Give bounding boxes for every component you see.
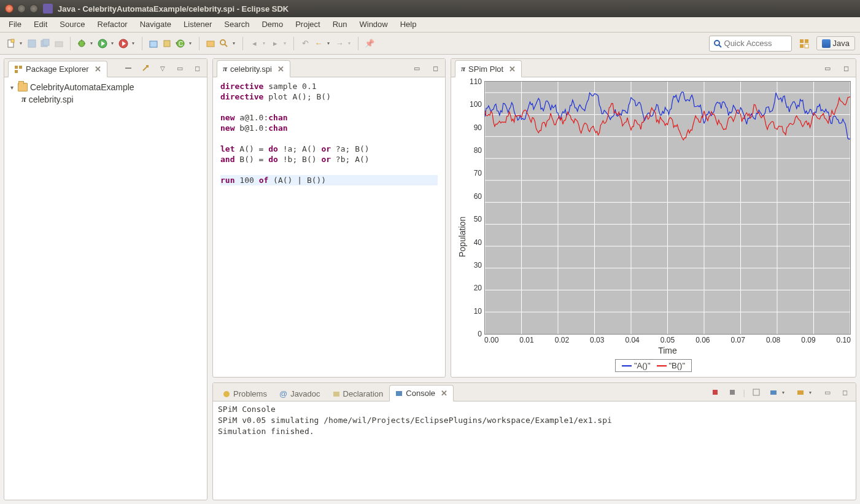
editor-tab[interactable]: π celebrity.spi ✕ <box>217 60 290 77</box>
package-explorer-panel: Package Explorer ✕ ▽ ▭ ◻ ▾ CelebrityAuto… <box>4 58 207 500</box>
window-minimize-button[interactable] <box>17 4 26 13</box>
save-all-button[interactable] <box>39 37 52 50</box>
nav-forward-button[interactable]: → <box>333 37 346 50</box>
new-java-project-button[interactable] <box>147 37 160 50</box>
project-folder-icon <box>18 83 28 91</box>
svg-line-22 <box>719 45 721 47</box>
problems-icon <box>223 390 230 398</box>
console-line: Simulation finished. <box>218 426 851 437</box>
maximize-console-button[interactable]: ◻ <box>839 386 851 398</box>
menu-window[interactable]: Window <box>353 17 393 32</box>
run-button[interactable] <box>96 37 109 50</box>
package-explorer-title: Package Explorer <box>26 64 89 74</box>
new-package-button[interactable] <box>161 37 173 50</box>
link-with-editor-button[interactable] <box>139 62 152 74</box>
menu-run[interactable]: Run <box>327 17 354 32</box>
menu-listener[interactable]: Listener <box>177 17 218 32</box>
menu-refactor[interactable]: Refactor <box>91 17 134 32</box>
console-panel: Problems @ Javadoc Declaration Console ✕… <box>212 382 856 500</box>
window-maximize-button[interactable] <box>29 4 38 13</box>
svg-rect-54 <box>333 392 339 397</box>
menu-navigate[interactable]: Navigate <box>134 17 177 32</box>
minimize-console-button[interactable]: ▭ <box>821 386 834 398</box>
maximize-plot-button[interactable]: ◻ <box>840 62 852 74</box>
problems-tab[interactable]: Problems <box>217 386 273 401</box>
console-line: SPiM v0.05 simulating /home/wil/Projects… <box>218 415 851 426</box>
menu-demo[interactable]: Demo <box>255 17 289 32</box>
new-wizard-button[interactable] <box>5 37 17 50</box>
svg-rect-29 <box>15 70 18 73</box>
open-console-button[interactable] <box>794 386 807 398</box>
svg-rect-57 <box>730 390 735 395</box>
expand-toggle-icon[interactable]: ▾ <box>8 84 15 91</box>
chart-canvas[interactable] <box>484 81 851 335</box>
quick-access-field[interactable] <box>709 36 792 52</box>
new-class-button[interactable]: C <box>174 37 187 50</box>
java-perspective-icon <box>822 39 831 48</box>
print-button[interactable] <box>53 37 65 50</box>
clear-console-button[interactable] <box>750 386 762 398</box>
menu-help[interactable]: Help <box>394 17 423 32</box>
console-tab[interactable]: Console ✕ <box>389 385 454 401</box>
svg-rect-28 <box>19 66 22 69</box>
window-close-button[interactable] <box>5 4 14 13</box>
project-node[interactable]: ▾ CelebrityAutomataExample <box>7 81 204 93</box>
menubar: File Edit Source Refactor Navigate Liste… <box>0 17 860 33</box>
save-button[interactable] <box>26 37 38 50</box>
svg-rect-30 <box>125 68 131 69</box>
svg-rect-58 <box>753 389 759 395</box>
editor-tab-close-icon[interactable]: ✕ <box>277 64 284 74</box>
editor-panel: π celebrity.spi ✕ ▭ ◻ directive sample 0… <box>212 58 446 378</box>
window-title: Java - CelebrityAutomataExample/celebrit… <box>58 4 289 14</box>
svg-point-21 <box>715 41 719 45</box>
debug-button[interactable] <box>76 37 88 50</box>
maximize-view-button[interactable]: ◻ <box>191 62 203 74</box>
menu-edit[interactable]: Edit <box>28 17 53 32</box>
svg-rect-15 <box>164 41 170 47</box>
nav-annotation-prev-button[interactable]: ◂ <box>248 37 260 50</box>
spim-plot-close-icon[interactable]: ✕ <box>509 64 516 74</box>
svg-rect-59 <box>770 390 777 395</box>
pin-editor-button[interactable]: 📌 <box>363 37 376 50</box>
chart-container: Population 1101009080706050403020100 0.0… <box>451 77 856 377</box>
menu-source[interactable]: Source <box>53 17 91 32</box>
nav-annotation-next-button[interactable]: ▸ <box>269 37 281 50</box>
package-explorer-close-icon[interactable]: ✕ <box>95 64 101 74</box>
display-selected-console-button[interactable] <box>767 386 780 398</box>
maximize-editor-button[interactable]: ◻ <box>429 62 441 74</box>
package-explorer-tab[interactable]: Package Explorer ✕ <box>8 61 107 77</box>
chart-xticks: 0.000.010.020.030.040.050.060.070.080.09… <box>484 335 851 344</box>
svg-rect-56 <box>713 390 718 395</box>
menu-file[interactable]: File <box>2 17 28 32</box>
last-edit-location-button[interactable]: ↶ <box>299 37 311 50</box>
quick-access-input[interactable] <box>724 39 788 48</box>
open-type-button[interactable] <box>204 37 217 50</box>
package-explorer-tree[interactable]: ▾ CelebrityAutomataExample π celebrity.s… <box>4 77 207 109</box>
menu-search[interactable]: Search <box>218 17 255 32</box>
terminate-button[interactable] <box>709 386 721 398</box>
search-button[interactable] <box>218 37 230 50</box>
java-perspective-button[interactable]: Java <box>816 36 855 50</box>
run-last-button[interactable] <box>117 37 130 50</box>
collapse-all-button[interactable] <box>122 62 134 74</box>
open-perspective-button[interactable] <box>798 37 810 50</box>
svg-rect-60 <box>797 390 804 395</box>
svg-rect-23 <box>800 39 804 43</box>
minimize-editor-button[interactable]: ▭ <box>411 62 423 74</box>
console-output[interactable]: SPiM Console SPiM v0.05 simulating /home… <box>213 401 856 500</box>
code-editor[interactable]: directive sample 0.1 directive plot A();… <box>213 77 445 377</box>
remove-launch-button[interactable] <box>726 386 738 398</box>
minimize-plot-button[interactable]: ▭ <box>821 62 834 74</box>
menu-project[interactable]: Project <box>289 17 326 32</box>
file-node[interactable]: π celebrity.spi <box>7 93 204 106</box>
nav-back-button[interactable]: ← <box>312 37 325 50</box>
main-toolbar: C ◂ ▸ ↶ ← → 📌 Java <box>0 33 860 55</box>
declaration-icon <box>333 390 340 398</box>
view-menu-button[interactable]: ▽ <box>157 62 169 74</box>
declaration-tab[interactable]: Declaration <box>327 386 390 401</box>
javadoc-tab[interactable]: @ Javadoc <box>273 386 327 401</box>
spim-plot-tab[interactable]: π SPim Plot ✕ <box>455 60 522 77</box>
minimize-view-button[interactable]: ▭ <box>174 62 186 74</box>
file-label: celebrity.spi <box>29 95 74 104</box>
console-tab-close-icon[interactable]: ✕ <box>441 389 447 398</box>
